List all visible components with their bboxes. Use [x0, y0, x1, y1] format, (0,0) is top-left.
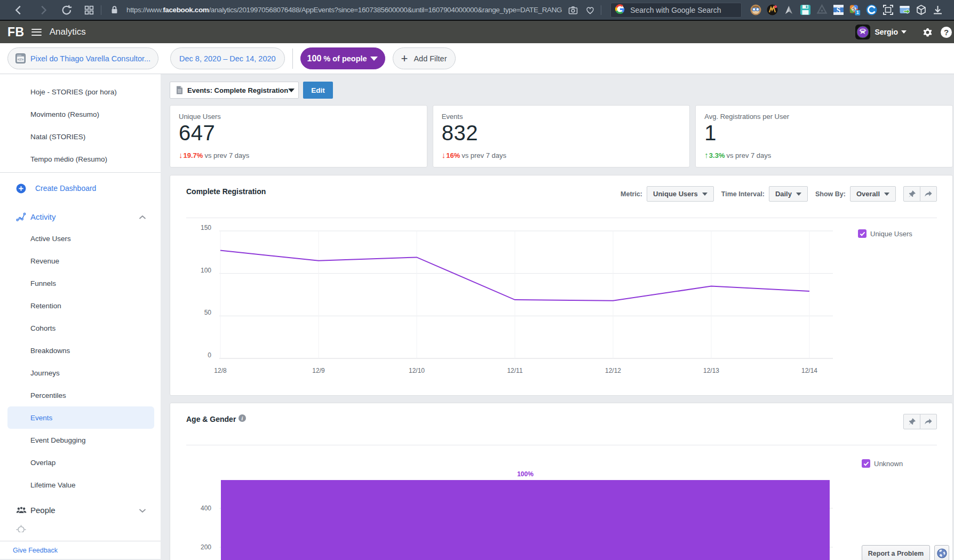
sidebar-dashboard-item[interactable]: Natal (STORIES) [0, 125, 161, 148]
svg-text:200: 200 [201, 543, 211, 551]
dashboard-list: Hoje - STORIES (por hora)Movimento (Resu… [0, 81, 161, 170]
line-legend: Unique Users [858, 229, 912, 238]
user-menu-caret-icon[interactable] [901, 30, 907, 34]
speed-dial-grid-icon[interactable] [82, 3, 96, 17]
event-selector-value: Events: Complete Registration [187, 86, 288, 94]
toolbar-separator [101, 5, 101, 15]
google-icon [615, 4, 625, 16]
edge-blue-extension-icon[interactable] [866, 4, 877, 15]
app-title: Analytics [50, 27, 86, 37]
menu-hamburger-icon[interactable] [31, 27, 42, 37]
sidebar-section-activity[interactable]: Activity [0, 206, 161, 227]
sidebar-item-journeys[interactable]: Journeys [0, 362, 161, 384]
metric-card: Unique Users647↓19.7%vs prev 7 days [170, 105, 427, 167]
extension-icons-row: S S1 [750, 4, 943, 15]
sidebar-item-funnels[interactable]: Funnels [0, 272, 161, 294]
toolbar-separator-2 [601, 5, 601, 15]
browser-reload-icon[interactable] [60, 3, 74, 17]
svg-text:50: 50 [204, 309, 212, 316]
sidebar-item-cohorts[interactable]: Cohorts [0, 317, 161, 339]
lock-icon[interactable] [109, 5, 120, 15]
url-domain: facebook.com [163, 6, 209, 14]
similarweb-extension-icon[interactable]: S1 [849, 4, 861, 15]
legend-checkbox-checked[interactable] [862, 459, 870, 468]
content-row: Hoje - STORIES (por hora)Movimento (Resu… [0, 74, 954, 559]
tampermonkey-extension-icon[interactable] [750, 4, 761, 15]
sidebar-dashboard-item[interactable]: Tempo médio (Resumo) [0, 148, 161, 170]
sidebar-item-retention[interactable]: Retention [0, 294, 161, 317]
entity-selector-pill[interactable]: </> Pixel do Thiago Varella Consultor... [7, 47, 158, 69]
bar-chart[interactable]: 400200100% [170, 403, 952, 560]
percent-label: % of people [323, 54, 367, 63]
browser-back-icon[interactable] [12, 3, 26, 17]
help-icon[interactable]: ? [941, 27, 952, 38]
download-extension-icon[interactable] [932, 4, 943, 15]
screenshot-camera-icon[interactable] [567, 4, 579, 16]
svg-text:100%: 100% [517, 470, 534, 478]
chevron-down-icon[interactable] [139, 506, 146, 515]
browser-search-field[interactable]: Search with Google Search [610, 3, 742, 18]
line-chart[interactable]: 05010015012/812/912/1012/1112/1212/1312/… [170, 175, 952, 395]
fb-logo[interactable]: FB [7, 25, 25, 39]
sidebar-menu: Hoje - STORIES (por hora)Movimento (Resu… [0, 74, 161, 534]
give-feedback-link[interactable]: Give Feedback [13, 547, 58, 554]
svg-text:12/8: 12/8 [214, 367, 227, 374]
open-window-extension-icon[interactable] [899, 4, 910, 15]
sidebar-item-events[interactable]: Events [7, 406, 154, 429]
svg-text:12/10: 12/10 [409, 367, 425, 374]
plus-icon: + [401, 53, 408, 65]
people-label: People [30, 506, 55, 515]
sidebar-item-overlap[interactable]: Overlap [0, 451, 161, 474]
svg-text:12/14: 12/14 [801, 367, 817, 374]
delta-suffix: vs prev 7 days [204, 151, 249, 159]
user-avatar[interactable] [855, 25, 870, 39]
add-filter-button[interactable]: + Add Filter [393, 47, 456, 69]
user-name[interactable]: Sergio [874, 28, 898, 36]
sidebar-item-revenue[interactable]: Revenue [0, 250, 161, 272]
event-selector-dropdown[interactable]: Events: Complete Registration [170, 82, 299, 99]
date-range-value: Dec 8, 2020 – Dec 14, 2020 [179, 54, 276, 63]
settings-gear-icon[interactable] [921, 27, 933, 38]
arrow-down-icon: ↓ [442, 150, 446, 159]
arrow-down-icon: ↓ [179, 150, 183, 159]
floating-actions: Report a Problem [862, 545, 949, 560]
sidebar-section-people[interactable]: People [0, 499, 161, 521]
sidebar-dashboard-item[interactable]: Hoje - STORIES (por hora) [0, 81, 161, 103]
sidebar-dashboard-item[interactable]: Movimento (Resumo) [0, 103, 161, 125]
keepa-extension-icon[interactable] [767, 4, 778, 15]
legend-checkbox-checked[interactable] [858, 229, 866, 238]
cursor-arrow-extension-icon[interactable] [783, 4, 794, 15]
date-range-pill[interactable]: Dec 8, 2020 – Dec 14, 2020 [170, 47, 285, 69]
svg-text:12/11: 12/11 [507, 367, 522, 374]
chevron-up-icon[interactable] [139, 212, 146, 221]
sidebar-item-event-debugging[interactable]: Event Debugging [0, 429, 161, 451]
bookmark-heart-icon[interactable] [584, 4, 596, 16]
language-globe-button[interactable] [934, 545, 949, 560]
sidebar-item-breakdowns[interactable]: Breakdowns [0, 339, 161, 362]
edit-button[interactable]: Edit [303, 82, 333, 99]
metric-card-value: 832 [442, 122, 681, 143]
delta-suffix: vs prev 7 days [726, 151, 771, 159]
percent-of-people-pill[interactable]: 100 % of people [300, 47, 385, 69]
stylish-extension-icon[interactable]: S [833, 4, 844, 15]
sidebar-item-lifetime-value[interactable]: Lifetime Value [0, 474, 161, 496]
svg-text:1: 1 [856, 10, 859, 15]
metric-card-value: 1 [704, 122, 944, 143]
svg-text:12/13: 12/13 [703, 367, 719, 374]
url-scheme: https://www. [126, 6, 163, 14]
age-gender-panel: Age & Gender i 400200100% Unknown [170, 403, 953, 560]
browser-forward-icon[interactable] [36, 3, 50, 17]
fullscreen-extension-icon[interactable] [883, 4, 894, 15]
cube-extension-icon[interactable] [916, 4, 927, 15]
create-dashboard-button[interactable]: Create Dashboard [0, 177, 161, 199]
filter-separator [292, 49, 293, 69]
report-problem-button[interactable]: Report a Problem [862, 545, 930, 560]
disabled-extension-icon[interactable] [816, 4, 828, 15]
sidebar-item-percentiles[interactable]: Percentiles [0, 384, 161, 406]
filter-bar: </> Pixel do Thiago Varella Consultor...… [0, 43, 954, 74]
create-dashboard-label: Create Dashboard [35, 184, 96, 193]
legend-label: Unique Users [870, 230, 912, 238]
sidebar-item-active-users[interactable]: Active Users [0, 227, 161, 250]
singlefile-save-extension-icon[interactable] [800, 4, 811, 15]
url-bar[interactable]: https://www.facebook.com/analytics/20199… [126, 6, 562, 14]
